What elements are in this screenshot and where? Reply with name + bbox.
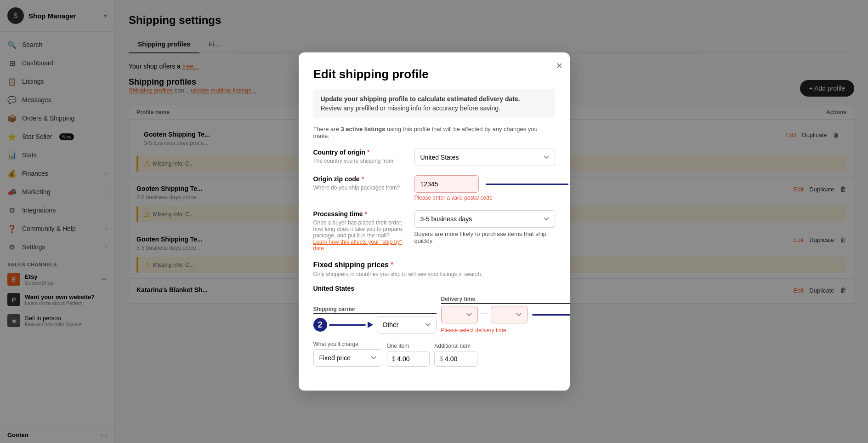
carrier-label: Shipping carrier	[313, 306, 437, 314]
delivery-inputs: — 3	[441, 306, 570, 323]
country-origin-label: Country of origin *	[313, 149, 405, 156]
origin-zip-field: 1 Please enter a valid postal code	[414, 175, 555, 201]
charge-type-group: What you'll charge Fixed price	[313, 341, 382, 367]
delivery-error: Please select delivery time	[441, 327, 570, 334]
carrier-select[interactable]: Other	[377, 316, 437, 334]
modal-title: Edit shipping profile	[313, 67, 555, 81]
additional-item-input[interactable]: $	[434, 351, 477, 367]
fixed-prices-title: Fixed shipping prices *	[313, 261, 555, 269]
zip-error-text: Please enter a valid postal code	[414, 195, 555, 201]
shipping-row-fields: Shipping carrier 2 Other	[313, 296, 555, 334]
currency-symbol-2: $	[439, 355, 443, 362]
arrow-head-2	[368, 322, 373, 328]
arrow-line-3	[532, 314, 570, 316]
one-item-value[interactable]	[397, 355, 425, 362]
processing-time-row: Processing time * Once a buyer has place…	[313, 210, 555, 252]
currency-symbol-1: $	[392, 355, 396, 362]
origin-zip-label-col: Origin zip code * Where do you ship pack…	[313, 175, 405, 191]
ship-by-link[interactable]: Learn how this affects your "ship by" da…	[313, 239, 402, 252]
fixed-prices-sub: Only shoppers in countries you ship to w…	[313, 271, 555, 277]
origin-zip-label: Origin zip code *	[313, 175, 405, 183]
arrow-head-1	[569, 181, 570, 187]
processing-time-label-col: Processing time * Once a buyer has place…	[313, 210, 405, 252]
dash-separator: —	[481, 309, 488, 321]
country-origin-hint: The country you're shipping from	[313, 158, 405, 164]
shipping-country: United States	[313, 285, 555, 292]
one-item-input[interactable]: $	[387, 351, 430, 367]
required-star: *	[367, 149, 369, 156]
annotation-1: 1	[486, 177, 570, 191]
arrow-line-1	[486, 184, 568, 185]
origin-zip-hint: Where do you ship packages from?	[313, 184, 405, 191]
processing-time-select[interactable]: 3-5 business days	[414, 210, 555, 228]
country-origin-row: Country of origin * The country you're s…	[313, 149, 555, 166]
us-shipping-row: United States Shipping carrier 2	[313, 285, 555, 367]
delivery-label: Delivery time	[441, 296, 570, 304]
modal-active-note: There are 3 active listings using this p…	[313, 126, 555, 139]
carrier-group: Shipping carrier 2 Other	[313, 306, 437, 334]
charge-row: What you'll charge Fixed price One item …	[313, 341, 555, 367]
country-origin-field: United States	[414, 149, 555, 166]
proc-required-star: *	[365, 210, 367, 218]
info-line2: Review any prefilled or missing info for…	[321, 104, 548, 112]
annotation-2: 2	[313, 318, 373, 332]
processing-time-label: Processing time *	[313, 210, 405, 218]
country-origin-select[interactable]: United States	[414, 149, 555, 166]
annotation-2-container: 2 Other	[313, 316, 437, 334]
charge-type-select[interactable]: Fixed price	[313, 349, 382, 367]
fixed-required-star: *	[391, 261, 393, 269]
arrow-line-2	[329, 324, 366, 326]
edit-shipping-modal: × Edit shipping profile Update your ship…	[299, 52, 570, 391]
zip-required-star: *	[362, 175, 364, 183]
additional-item-label: Additional item	[434, 343, 477, 349]
additional-item-value[interactable]	[445, 355, 472, 362]
fixed-prices-section: Fixed shipping prices * Only shoppers in…	[313, 261, 555, 367]
modal-overlay: × Edit shipping profile Update your ship…	[0, 0, 868, 443]
annotation-3: 3	[532, 308, 570, 322]
modal-close-button[interactable]: ×	[556, 60, 562, 72]
processing-time-field: 3-5 business days Buyers are more likely…	[414, 210, 555, 244]
origin-zip-row: Origin zip code * Where do you ship pack…	[313, 175, 555, 201]
one-item-label: One item	[387, 343, 430, 349]
info-line1: Update your shipping profile to calculat…	[321, 95, 548, 103]
country-origin-label-col: Country of origin * The country you're s…	[313, 149, 405, 164]
charge-type-label: What you'll charge	[313, 341, 382, 347]
origin-zip-input[interactable]	[414, 175, 479, 193]
additional-item-group: Additional item $	[434, 343, 477, 367]
modal-info-box: Update your shipping profile to calculat…	[313, 89, 555, 118]
one-item-group: One item $	[387, 343, 430, 367]
processing-time-note: Buyers are more likely to purchase items…	[414, 230, 555, 244]
active-count: 3 active listings	[340, 126, 385, 132]
processing-time-hint: Once a buyer has placed their order, how…	[313, 219, 405, 252]
delivery-group: Delivery time —	[441, 296, 570, 334]
delivery-from-select[interactable]	[441, 306, 478, 323]
delivery-to-select[interactable]	[491, 306, 528, 323]
annotation-number-2: 2	[313, 318, 327, 332]
